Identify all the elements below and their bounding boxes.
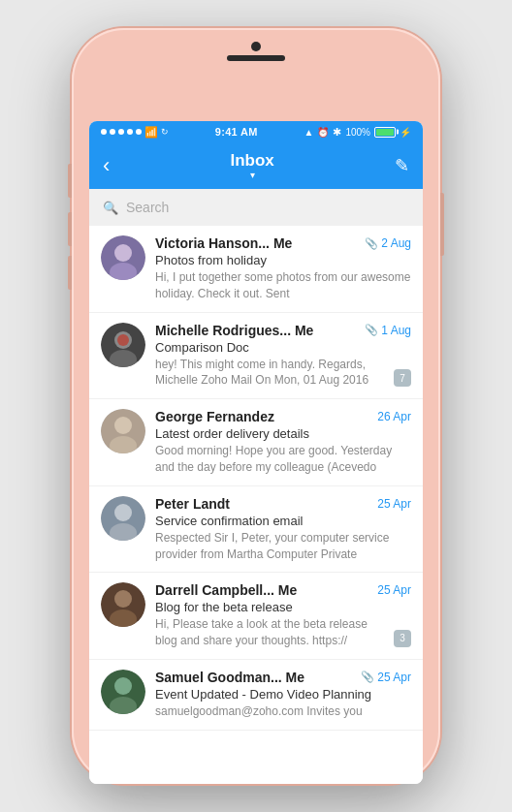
email-content: Samuel Goodman... Me 📎 25 Apr Event Upda… bbox=[155, 670, 411, 720]
email-date-wrap: 📎 2 Aug bbox=[365, 236, 411, 250]
email-content: Peter Landt 25 Apr Service confirmation … bbox=[155, 496, 411, 563]
svg-point-1 bbox=[114, 244, 132, 262]
email-item[interactable]: Peter Landt 25 Apr Service confirmation … bbox=[89, 486, 423, 574]
header-center: Inbox ▾ bbox=[230, 151, 273, 180]
email-content: Darrell Campbell... Me 25 Apr Blog for t… bbox=[155, 582, 411, 649]
email-preview: samuelgoodman@zoho.com Invites you bbox=[155, 703, 411, 720]
email-sender: George Fernandez bbox=[155, 409, 274, 424]
email-preview: Hi, Please take a look at the beta relea… bbox=[155, 616, 388, 649]
dropdown-chevron-icon[interactable]: ▾ bbox=[250, 171, 255, 180]
email-preview-row: Good morning! Hope you are good. Yesterd… bbox=[155, 443, 411, 476]
alarm-icon: ⏰ bbox=[317, 127, 329, 138]
search-placeholder: Search bbox=[126, 200, 169, 215]
email-date: 2 Aug bbox=[381, 236, 411, 250]
email-date-wrap: 📎 25 Apr bbox=[361, 671, 411, 684]
signal-dot-5 bbox=[136, 129, 142, 135]
email-item[interactable]: Victoria Hanson... Me 📎 2 Aug Photos fro… bbox=[89, 226, 423, 313]
header-title: Inbox bbox=[230, 151, 273, 171]
speaker bbox=[227, 55, 285, 61]
status-time: 9:41 AM bbox=[215, 126, 258, 138]
signal-dot-2 bbox=[110, 129, 115, 135]
email-sender: Peter Landt bbox=[155, 496, 230, 512]
attachment-icon: 📎 bbox=[365, 324, 378, 336]
email-header-row: Victoria Hanson... Me 📎 2 Aug bbox=[155, 235, 411, 251]
email-header-row: Darrell Campbell... Me 25 Apr bbox=[155, 582, 411, 598]
email-list: Victoria Hanson... Me 📎 2 Aug Photos fro… bbox=[89, 226, 423, 784]
signal-dot-4 bbox=[127, 129, 133, 135]
charging-icon: ⚡ bbox=[400, 127, 411, 138]
svg-point-11 bbox=[114, 504, 132, 521]
email-subject: Latest order delivery details bbox=[155, 426, 411, 441]
compose-button[interactable]: ✎ bbox=[395, 155, 409, 176]
phone-wrapper: 📶 ↻ 9:41 AM ▲ ⏰ ✱ 100% ⚡ ‹ bbox=[0, 0, 512, 812]
search-bar[interactable]: 🔍 Search bbox=[89, 189, 423, 226]
email-preview: Respected Sir I, Peter, your computer se… bbox=[155, 530, 411, 563]
svg-point-17 bbox=[114, 677, 132, 695]
email-date: 1 Aug bbox=[381, 324, 411, 337]
phone-top bbox=[72, 28, 440, 75]
email-preview-row: Respected Sir I, Peter, your computer se… bbox=[155, 530, 411, 563]
email-date: 25 Apr bbox=[377, 583, 411, 597]
location-icon: ▲ bbox=[304, 127, 314, 138]
camera bbox=[251, 42, 261, 51]
email-content: Michelle Rodrigues... Me 📎 1 Aug Compari… bbox=[155, 323, 411, 390]
wifi-icon: 📶 bbox=[144, 126, 158, 139]
email-date-wrap: 26 Apr bbox=[377, 410, 411, 423]
email-preview-row: hey! This might come in handy. Regards, … bbox=[155, 357, 411, 390]
search-icon: 🔍 bbox=[103, 201, 118, 215]
email-item[interactable]: George Fernandez 26 Apr Latest order del… bbox=[89, 399, 423, 486]
email-date: 25 Apr bbox=[377, 671, 411, 684]
avatar bbox=[101, 496, 145, 541]
attachment-icon: 📎 bbox=[361, 671, 374, 683]
signal-dots: 📶 ↻ bbox=[101, 126, 169, 139]
bluetooth-icon: ✱ bbox=[333, 126, 341, 139]
email-sender: Victoria Hanson... Me bbox=[155, 235, 292, 251]
battery-icon bbox=[374, 127, 396, 138]
email-subject: Comparison Doc bbox=[155, 340, 411, 355]
email-preview-row: samuelgoodman@zoho.com Invites you bbox=[155, 703, 411, 720]
email-subject: Service confirmation email bbox=[155, 514, 411, 528]
avatar bbox=[101, 582, 145, 627]
email-header-row: George Fernandez 26 Apr bbox=[155, 409, 411, 424]
back-button[interactable]: ‹ bbox=[103, 155, 110, 176]
phone-frame: 📶 ↻ 9:41 AM ▲ ⏰ ✱ 100% ⚡ ‹ bbox=[72, 28, 440, 784]
phone-screen: 📶 ↻ 9:41 AM ▲ ⏰ ✱ 100% ⚡ ‹ bbox=[89, 121, 423, 784]
email-date-wrap: 📎 1 Aug bbox=[365, 324, 411, 337]
sync-icon: ↻ bbox=[161, 127, 169, 137]
email-preview-row: Hi, Please take a look at the beta relea… bbox=[155, 616, 411, 649]
avatar bbox=[101, 409, 145, 453]
app-header: ‹ Inbox ▾ ✎ bbox=[89, 142, 423, 189]
battery-percent: 100% bbox=[345, 127, 370, 138]
email-header-row: Samuel Goodman... Me 📎 25 Apr bbox=[155, 670, 411, 685]
email-badge: 3 bbox=[394, 630, 411, 647]
avatar bbox=[101, 670, 145, 714]
email-header-row: Peter Landt 25 Apr bbox=[155, 496, 411, 512]
email-date: 26 Apr bbox=[377, 410, 411, 423]
email-content: George Fernandez 26 Apr Latest order del… bbox=[155, 409, 411, 476]
attachment-icon: 📎 bbox=[365, 237, 378, 250]
email-date: 25 Apr bbox=[377, 497, 411, 511]
email-preview: Good morning! Hope you are good. Yesterd… bbox=[155, 443, 411, 476]
email-item[interactable]: Michelle Rodrigues... Me 📎 1 Aug Compari… bbox=[89, 313, 423, 400]
email-subject: Blog for the beta release bbox=[155, 600, 411, 614]
status-right: ▲ ⏰ ✱ 100% ⚡ bbox=[304, 126, 411, 139]
email-sender: Michelle Rodrigues... Me bbox=[155, 323, 313, 338]
email-item[interactable]: Darrell Campbell... Me 25 Apr Blog for t… bbox=[89, 573, 423, 660]
avatar bbox=[101, 235, 145, 280]
email-preview-row: Hi, I put together some photos from our … bbox=[155, 269, 411, 302]
email-subject: Event Updated - Demo Video Planning bbox=[155, 687, 411, 702]
email-sender: Darrell Campbell... Me bbox=[155, 582, 297, 598]
svg-point-6 bbox=[117, 334, 129, 346]
signal-dot-3 bbox=[118, 129, 124, 135]
signal-dot-1 bbox=[101, 129, 107, 135]
email-subject: Photos from holiday bbox=[155, 253, 411, 267]
avatar bbox=[101, 323, 145, 367]
email-header-row: Michelle Rodrigues... Me 📎 1 Aug bbox=[155, 323, 411, 338]
email-item[interactable]: Samuel Goodman... Me 📎 25 Apr Event Upda… bbox=[89, 660, 423, 731]
svg-point-8 bbox=[114, 417, 132, 434]
battery-fill bbox=[376, 129, 394, 136]
email-preview: Hi, I put together some photos from our … bbox=[155, 269, 411, 302]
email-badge: 7 bbox=[394, 369, 411, 387]
status-bar: 📶 ↻ 9:41 AM ▲ ⏰ ✱ 100% ⚡ bbox=[89, 121, 423, 142]
svg-point-14 bbox=[114, 590, 132, 608]
